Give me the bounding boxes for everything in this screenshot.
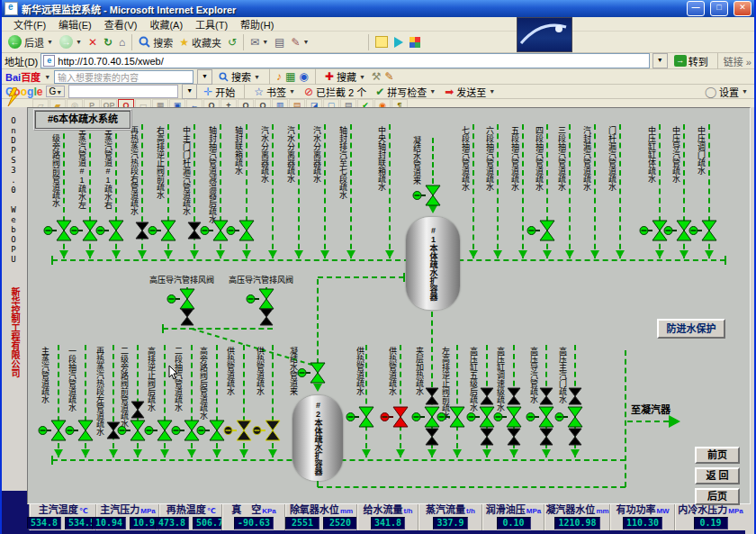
valve-open[interactable] — [196, 419, 225, 442]
valve-open[interactable] — [526, 405, 554, 429]
valve-open[interactable] — [117, 419, 146, 442]
menu-view[interactable]: 查看(V) — [98, 17, 144, 32]
menu-favorites[interactable]: 收藏(A) — [143, 17, 189, 32]
valve-closed[interactable] — [568, 428, 582, 446]
flow-arrow-icon — [86, 250, 94, 258]
video-icon[interactable]: ▦ — [285, 70, 295, 83]
valve-closed[interactable] — [223, 419, 252, 442]
valve-open[interactable] — [38, 419, 67, 442]
valve-closed[interactable] — [539, 428, 554, 446]
pipe-label: 轴封联箱疏水 — [234, 126, 242, 175]
search-label: 搜索 — [153, 35, 173, 50]
valve-open[interactable] — [148, 219, 176, 242]
valve-open[interactable] — [346, 405, 374, 429]
google-blocked-button[interactable]: ⊘已拦截 2 个 — [302, 84, 369, 100]
messenger-button[interactable] — [392, 36, 406, 49]
edit-button[interactable]: ✎▼ — [288, 35, 311, 50]
menu-edit[interactable]: 编辑(E) — [52, 17, 98, 32]
music-icon[interactable]: ♪ — [276, 70, 282, 83]
baidu-search-button[interactable]: 搜索 ▼ — [216, 68, 263, 85]
stop-button[interactable]: ✕ — [86, 35, 100, 50]
valve-open[interactable] — [526, 219, 555, 242]
flow-arrow-icon — [493, 250, 502, 258]
valve-open[interactable] — [226, 219, 255, 242]
vent-valve-closed[interactable] — [259, 308, 274, 326]
valve-closed[interactable] — [252, 419, 281, 442]
valve-open[interactable] — [554, 405, 583, 429]
valve-condensate-inlet-2[interactable] — [297, 361, 326, 385]
google-settings-button[interactable]: ◯设置▼ — [702, 84, 751, 100]
baidu-caret-icon[interactable]: ▼ — [44, 74, 50, 80]
home-button[interactable]: ⌂ — [116, 35, 128, 50]
valve-open[interactable] — [200, 219, 229, 242]
menu-help[interactable]: 帮助(H) — [234, 17, 280, 32]
pipe-label: 主蒸汽管道#1疏水右 — [104, 126, 112, 209]
address-dropdown[interactable]: ▼ — [652, 53, 668, 68]
google-search-input[interactable] — [68, 85, 178, 98]
valve-open[interactable] — [493, 405, 522, 429]
menu-file[interactable]: 文件(F) — [7, 17, 52, 32]
next-page-button[interactable]: 后页 — [695, 488, 740, 505]
close-button[interactable]: ✕ — [734, 1, 752, 16]
refresh-button[interactable]: ↻ — [101, 35, 115, 50]
valve-closed[interactable] — [425, 428, 439, 446]
mail-button[interactable]: ✉▼ — [248, 35, 271, 50]
extra-tool-button[interactable] — [407, 36, 423, 49]
colors-icon — [410, 37, 420, 48]
valve-open[interactable] — [688, 219, 717, 242]
valve-open[interactable] — [466, 405, 495, 429]
address-input[interactable]: e http://10.70.40.15/xweb/ — [40, 53, 650, 68]
search-button[interactable]: 搜索 — [136, 34, 176, 50]
valve-closed[interactable] — [130, 401, 145, 419]
forward-button[interactable]: → ▼ — [57, 34, 85, 50]
valve-open[interactable] — [436, 405, 465, 429]
valve-closed[interactable] — [507, 428, 521, 446]
toolbar-separator — [368, 34, 369, 50]
baidu-favorite-button[interactable]: ✚ 搜藏 ▼ — [322, 68, 368, 85]
back-button[interactable]: ← 后退 ▼ — [5, 34, 56, 50]
menu-tools[interactable]: 工具(T) — [189, 17, 234, 32]
valve-closed[interactable] — [539, 387, 554, 405]
status-value: 10.94 — [92, 517, 126, 529]
baidu-search-input[interactable]: 输入想要搜索的内容 — [54, 70, 194, 84]
pipe-line — [389, 124, 391, 258]
maximize-button[interactable]: □ — [710, 1, 728, 16]
valve-open[interactable] — [69, 219, 98, 242]
valve-open[interactable] — [43, 219, 72, 242]
links-label[interactable]: 链接 » — [724, 54, 752, 68]
google-spellcheck-button[interactable]: ✔拼写检查▼ — [373, 84, 438, 100]
valve-closed[interactable] — [480, 387, 494, 405]
print-button[interactable]: ▤ — [272, 35, 287, 50]
notes-button[interactable] — [373, 35, 391, 49]
valve-closed[interactable] — [480, 428, 494, 446]
prev-page-button[interactable]: 前页 — [695, 447, 740, 464]
water-ingress-protection-button[interactable]: 防进水保护 — [657, 319, 725, 339]
tools-icon[interactable]: ⚒ — [372, 70, 382, 83]
minimize-button[interactable]: — — [687, 1, 705, 16]
status-panel-4: 真 空KPa-90.63 — [221, 504, 284, 530]
baidu-input-dropdown[interactable]: ▼ — [197, 69, 212, 85]
history-button[interactable]: ↺ — [225, 35, 239, 50]
back-label: 后退 — [24, 35, 44, 50]
to-condenser-arrow-icon — [669, 415, 680, 428]
go-button[interactable]: → 转到 — [670, 54, 712, 68]
valve-open[interactable] — [65, 419, 94, 442]
google-g-button[interactable]: G▼ — [46, 86, 65, 97]
favorites-button[interactable]: ★ 收藏夹 — [176, 34, 224, 50]
valve-closed[interactable] — [568, 387, 582, 405]
valve-closed[interactable] — [507, 387, 521, 405]
google-input-dropdown[interactable]: ▼ — [182, 84, 197, 99]
pipe-label: 高排逆止阀后疏水 — [147, 347, 155, 412]
valve-condensate-inlet-1[interactable] — [412, 184, 441, 207]
pen-icon[interactable]: ✎ — [385, 70, 394, 83]
return-button[interactable]: 返 回 — [695, 467, 740, 484]
valve-open[interactable] — [144, 419, 173, 442]
valve-open[interactable] — [95, 219, 124, 242]
google-sendto-button[interactable]: ➡发送至▼ — [442, 84, 498, 100]
google-start-button[interactable]: ✛开始 — [201, 84, 238, 100]
valve-closed[interactable] — [425, 387, 439, 405]
vent-valve-closed[interactable] — [180, 308, 194, 326]
google-bookmarks-button[interactable]: ☆书签▼ — [251, 84, 298, 100]
valve-alarm[interactable] — [380, 405, 409, 429]
ball-icon[interactable]: ◉ — [299, 70, 308, 83]
